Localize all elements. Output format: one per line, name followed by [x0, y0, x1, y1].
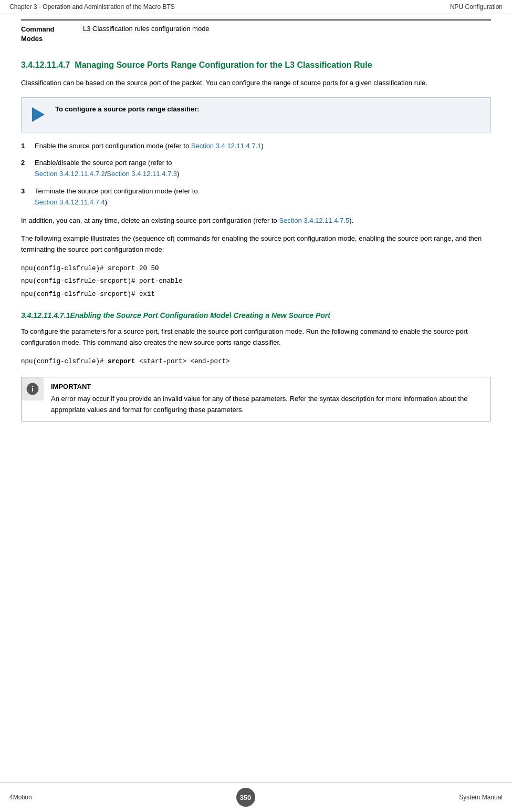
important-title: IMPORTANT: [51, 383, 483, 390]
subsection-heading: 3.4.12.11.4.7.1Enabling the Source Port …: [21, 311, 491, 321]
intro-paragraph: Classification can be based on the sourc…: [21, 78, 491, 89]
procedure-title: To configure a source ports range classi…: [55, 105, 199, 113]
page-footer: 4Motion 350 System Manual: [0, 782, 512, 812]
svg-rect-2: [32, 388, 33, 392]
code-keyword: srcport: [108, 358, 135, 365]
para2-link[interactable]: Section 3.4.12.11.4.7.5: [279, 217, 349, 224]
step-2-content: Enable/disable the source port range (re…: [35, 158, 491, 180]
command-modes-label: CommandModes: [21, 25, 74, 44]
procedure-box: To configure a source ports range classi…: [21, 97, 491, 132]
footer-left: 4Motion: [9, 794, 32, 801]
step-1-num: 1: [21, 141, 35, 152]
page-header: Chapter 3 - Operation and Administration…: [0, 0, 512, 14]
subsection-number: 3.4.12.11.4.7.1: [21, 311, 70, 320]
code-line-3: npu(config-clsfrule-srcport)# exit: [21, 289, 491, 301]
procedure-content: To configure a source ports range classi…: [55, 105, 199, 113]
para3: The following example illustrates the (s…: [21, 233, 491, 255]
step-2: 2 Enable/disable the source port range (…: [21, 158, 491, 180]
important-box: IMPORTANT An error may occur if you prov…: [21, 377, 491, 422]
step-2-num: 2: [21, 158, 35, 169]
step-1-content: Enable the source port configuration mod…: [35, 141, 491, 152]
footer-page-number: 350: [236, 788, 255, 807]
svg-marker-0: [32, 107, 45, 122]
code-block-1: npu(config-clsfrule)# srcport 20 50 npu(…: [21, 263, 491, 301]
important-icon: [26, 383, 39, 395]
main-content: CommandModes L3 Classification rules con…: [0, 14, 512, 448]
command-modes-row: CommandModes L3 Classification rules con…: [21, 19, 491, 50]
code-line-1: npu(config-clsfrule)# srcport 20 50: [21, 263, 491, 275]
command-modes-value: L3 Classification rules configuration mo…: [74, 25, 210, 33]
step-2-link2[interactable]: Section 3.4.12.11.4.7.3: [107, 170, 177, 178]
para2: In addition, you can, at any time, delet…: [21, 215, 491, 227]
step-3-link[interactable]: Section 3.4.12.11.4.7.4: [35, 198, 105, 206]
header-section: NPU Configuration: [450, 3, 503, 11]
step-3-content: Terminate the source port configuration …: [35, 186, 491, 208]
section-title: Managing Source Ports Range Configuratio…: [75, 60, 372, 69]
section-number: 3.4.12.11.4.7: [21, 60, 70, 69]
code-block-2: npu(config-clsfrule)# srcport <start-por…: [21, 356, 491, 368]
subsection-title: Enabling the Source Port Configuration M…: [70, 311, 330, 320]
code-line-2: npu(config-clsfrule-srcport)# port-enabl…: [21, 275, 491, 287]
important-icon-col: [22, 377, 44, 400]
procedure-icon: [30, 106, 49, 125]
subsection-para1: To configure the parameters for a source…: [21, 326, 491, 348]
subsection-code-line: npu(config-clsfrule)# srcport <start-por…: [21, 356, 491, 368]
step-1-link[interactable]: Section 3.4.12.11.4.7.1: [191, 142, 262, 150]
important-content: IMPORTANT An error may occur if you prov…: [44, 377, 490, 421]
section-heading: 3.4.12.11.4.7 Managing Source Ports Rang…: [21, 59, 491, 71]
step-3: 3 Terminate the source port configuratio…: [21, 186, 491, 208]
steps-list: 1 Enable the source port configuration m…: [21, 141, 491, 208]
footer-right: System Manual: [459, 794, 503, 801]
svg-point-3: [32, 386, 33, 387]
header-chapter: Chapter 3 - Operation and Administration…: [9, 3, 175, 11]
step-1: 1 Enable the source port configuration m…: [21, 141, 491, 152]
important-text: An error may occur if you provide an inv…: [51, 394, 483, 416]
step-3-num: 3: [21, 186, 35, 197]
step-2-link1[interactable]: Section 3.4.12.11.4.7.2: [35, 170, 105, 178]
